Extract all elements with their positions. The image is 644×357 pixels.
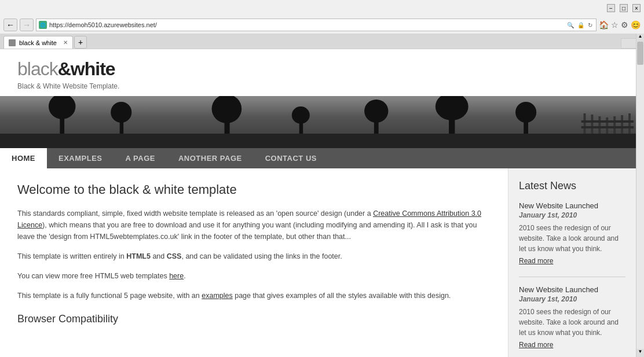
news-item-2: New Website Launched January 1st, 2010 2… — [519, 285, 625, 349]
back-button[interactable]: ← — [3, 19, 17, 31]
read-more-link-1[interactable]: Read more — [519, 257, 553, 265]
maximize-button[interactable]: □ — [620, 4, 628, 12]
svg-point-9 — [292, 106, 310, 124]
refresh-icon[interactable]: ↻ — [587, 22, 594, 28]
svg-point-15 — [515, 102, 536, 123]
site-logo: black&white — [17, 58, 619, 80]
svg-point-5 — [111, 102, 131, 123]
scrollbar-thumb[interactable] — [637, 42, 643, 65]
nav-another-page[interactable]: ANOTHER PAGE — [167, 148, 254, 168]
site-tagline: Black & White Website Template. — [17, 82, 619, 90]
svg-rect-16 — [584, 113, 586, 134]
news-item-1: New Website Launched January 1st, 2010 2… — [519, 201, 625, 265]
page-title: Welcome to the black & white template — [17, 182, 491, 197]
examples-link[interactable]: examples — [202, 292, 233, 300]
section-title: Browser Compatibility — [17, 313, 491, 325]
news-date-1: January 1st, 2010 — [519, 211, 625, 219]
site-nav: HOME EXAMPLES A PAGE ANOTHER PAGE CONTAC… — [0, 148, 636, 168]
scrollbar[interactable]: ▲ ▼ — [636, 34, 644, 357]
news-headline-1: New Website Launched — [519, 201, 625, 210]
smiley-icon: 😊 — [631, 20, 641, 30]
nav-examples[interactable]: EXAMPLES — [47, 148, 114, 168]
tab-title: black & white — [19, 39, 57, 46]
site-icon: 🌐 — [39, 21, 47, 29]
css-text: CSS — [167, 252, 182, 260]
news-date-2: January 1st, 2010 — [519, 295, 625, 303]
svg-rect-21 — [621, 115, 623, 134]
news-text-1: 2010 sees the redesign of our website. T… — [519, 223, 625, 254]
main-content: Welcome to the black & white template Th… — [0, 168, 636, 357]
star-icon[interactable]: ☆ — [611, 20, 619, 30]
nav-contact-us[interactable]: CONTACT US — [254, 148, 328, 168]
minimize-button[interactable]: − — [607, 4, 615, 12]
functional-paragraph: This template is a fully functional 5 pa… — [17, 290, 491, 301]
nav-a-page[interactable]: A PAGE — [114, 148, 167, 168]
close-button[interactable]: × — [632, 4, 641, 12]
para2-pre: This template is written entirely in — [17, 252, 126, 260]
news-divider — [519, 277, 625, 277]
svg-rect-1 — [0, 134, 636, 148]
url-text: https://demoh5010.azurewebsites.net/ — [49, 21, 564, 28]
svg-rect-22 — [628, 113, 631, 134]
scroll-up-button[interactable]: ▲ — [636, 34, 644, 42]
content-left: Welcome to the black & white template Th… — [0, 168, 508, 357]
logo-light: black — [17, 58, 58, 79]
search-icon[interactable]: 🔍 — [566, 22, 575, 28]
para4-pre: This template is a fully functional 5 pa… — [17, 292, 202, 300]
svg-point-11 — [364, 100, 388, 123]
para3-post: . — [184, 272, 185, 280]
scroll-down-button[interactable]: ▼ — [636, 349, 644, 357]
forward-button[interactable]: → — [20, 19, 34, 31]
templates-link-paragraph: You can view more free HTML5 web templat… — [17, 270, 491, 282]
svg-rect-18 — [598, 116, 601, 134]
html5-text: HTML5 — [126, 252, 151, 260]
gear-icon[interactable]: ⚙ — [621, 20, 628, 30]
tab-close-button[interactable]: ✕ — [63, 39, 68, 46]
address-bar[interactable]: 🌐 https://demoh5010.azurewebsites.net/ 🔍… — [36, 19, 597, 31]
sidebar-title: Latest News — [519, 180, 625, 192]
nav-home[interactable]: HOME — [0, 148, 47, 168]
browser-tab[interactable]: black & white ✕ — [3, 36, 73, 49]
sidebar: Latest News New Website Launched January… — [508, 168, 636, 357]
read-more-link-2[interactable]: Read more — [519, 341, 553, 349]
svg-rect-24 — [581, 126, 634, 128]
para2-mid: and — [151, 252, 167, 260]
para2-post: , and can be validated using the links i… — [181, 252, 342, 260]
logo-bold: &white — [58, 58, 115, 79]
here-link[interactable]: here — [169, 272, 184, 280]
para1-text: This standards compliant, simple, fixed … — [17, 209, 373, 218]
template-info-paragraph: This template is written entirely in HTM… — [17, 251, 491, 262]
news-headline-2: New Website Launched — [519, 285, 625, 294]
svg-rect-17 — [591, 115, 593, 134]
para1-cont: ), which means that you are free to down… — [17, 221, 477, 241]
home-icon[interactable]: 🏠 — [599, 20, 609, 30]
hero-image — [0, 96, 636, 148]
scrollbar-track[interactable] — [636, 42, 644, 349]
svg-rect-23 — [581, 120, 634, 123]
svg-rect-20 — [613, 116, 616, 134]
svg-rect-19 — [606, 117, 608, 134]
new-tab-button[interactable]: + — [74, 36, 87, 49]
intro-paragraph: This standards compliant, simple, fixed … — [17, 208, 491, 242]
para4-post: page that gives examples of all the styl… — [233, 292, 451, 300]
para3-pre: You can view more free HTML5 web templat… — [17, 272, 169, 280]
tab-favicon — [9, 39, 16, 46]
lock-icon: 🔒 — [576, 22, 586, 28]
news-text-2: 2010 sees the redesign of our website. T… — [519, 307, 625, 338]
site-header: black&white Black & White Website Templa… — [0, 49, 636, 90]
